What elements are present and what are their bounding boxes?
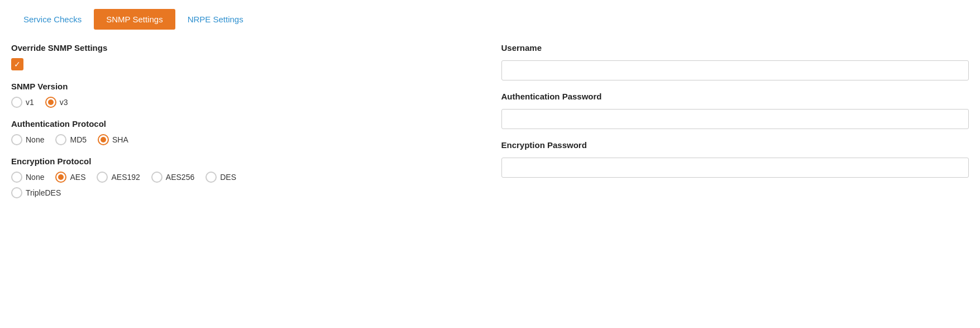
radio-v3-circle	[45, 97, 56, 108]
radio-enc-aes192-circle	[97, 172, 108, 183]
auth-password-field-group: Authentication Password	[501, 92, 969, 129]
tab-bar: Service Checks SNMP Settings NRPE Settin…	[11, 9, 969, 30]
radio-auth-none-label: None	[26, 135, 44, 144]
enc-protocol-des[interactable]: DES	[205, 172, 236, 183]
username-label: Username	[501, 43, 969, 53]
radio-auth-none-circle	[11, 134, 22, 145]
radio-auth-md5-label: MD5	[70, 135, 87, 144]
radio-auth-md5-circle	[55, 134, 66, 145]
enc-protocol-tripledes[interactable]: TripleDES	[11, 187, 61, 198]
main-content: Override SNMP Settings ✓ SNMP Version v1…	[11, 43, 969, 203]
radio-enc-aes256-circle	[151, 172, 162, 183]
radio-enc-tripledes-circle	[11, 187, 22, 198]
radio-enc-aes-label: AES	[70, 173, 85, 182]
override-label: Override SNMP Settings	[11, 43, 479, 53]
snmp-version-v3[interactable]: v3	[45, 97, 68, 108]
enc-protocol-aes192[interactable]: AES192	[97, 172, 140, 183]
radio-enc-none-circle	[11, 172, 22, 183]
auth-password-label: Authentication Password	[501, 92, 969, 101]
username-field-group: Username	[501, 43, 969, 80]
enc-protocol-group-row2: TripleDES	[11, 187, 479, 198]
enc-protocol-label: Encryption Protocol	[11, 156, 479, 166]
username-input[interactable]	[501, 60, 969, 80]
auth-protocol-md5[interactable]: MD5	[55, 134, 87, 145]
tab-service-checks[interactable]: Service Checks	[11, 9, 94, 30]
radio-enc-aes-circle	[55, 172, 66, 183]
right-column: Username Authentication Password Encrypt…	[501, 43, 969, 203]
auth-protocol-group: None MD5 SHA	[11, 134, 479, 145]
radio-v1-circle	[11, 97, 22, 108]
auth-protocol-sha[interactable]: SHA	[98, 134, 128, 145]
radio-auth-sha-label: SHA	[112, 135, 128, 144]
radio-enc-aes256-label: AES256	[166, 173, 194, 182]
radio-v3-label: v3	[60, 98, 68, 107]
enc-protocol-none[interactable]: None	[11, 172, 44, 183]
radio-enc-aes192-label: AES192	[111, 173, 140, 182]
enc-password-field-group: Encryption Password	[501, 140, 969, 178]
tab-nrpe-settings[interactable]: NRPE Settings	[175, 9, 256, 30]
radio-auth-sha-circle	[98, 134, 109, 145]
radio-v1-label: v1	[26, 98, 34, 107]
enc-protocol-aes256[interactable]: AES256	[151, 172, 194, 183]
snmp-version-v1[interactable]: v1	[11, 97, 34, 108]
radio-enc-none-label: None	[26, 173, 44, 182]
enc-password-input[interactable]	[501, 158, 969, 178]
radio-enc-des-label: DES	[220, 173, 236, 182]
auth-protocol-label: Authentication Protocol	[11, 119, 479, 129]
page-container: Service Checks SNMP Settings NRPE Settin…	[0, 0, 980, 212]
enc-protocol-group-row1: None AES AES192 AES256 DES	[11, 172, 479, 183]
radio-enc-tripledes-label: TripleDES	[26, 188, 61, 197]
snmp-version-label: SNMP Version	[11, 82, 479, 91]
auth-protocol-none[interactable]: None	[11, 134, 44, 145]
auth-password-input[interactable]	[501, 109, 969, 129]
checkmark-icon: ✓	[14, 60, 21, 68]
enc-password-label: Encryption Password	[501, 140, 969, 150]
enc-protocol-aes[interactable]: AES	[55, 172, 85, 183]
left-column: Override SNMP Settings ✓ SNMP Version v1…	[11, 43, 479, 203]
override-checkbox[interactable]: ✓	[11, 58, 23, 70]
tab-snmp-settings[interactable]: SNMP Settings	[94, 9, 175, 30]
radio-enc-des-circle	[205, 172, 217, 183]
snmp-version-group: v1 v3	[11, 97, 479, 108]
override-checkbox-wrapper: ✓	[11, 58, 479, 70]
